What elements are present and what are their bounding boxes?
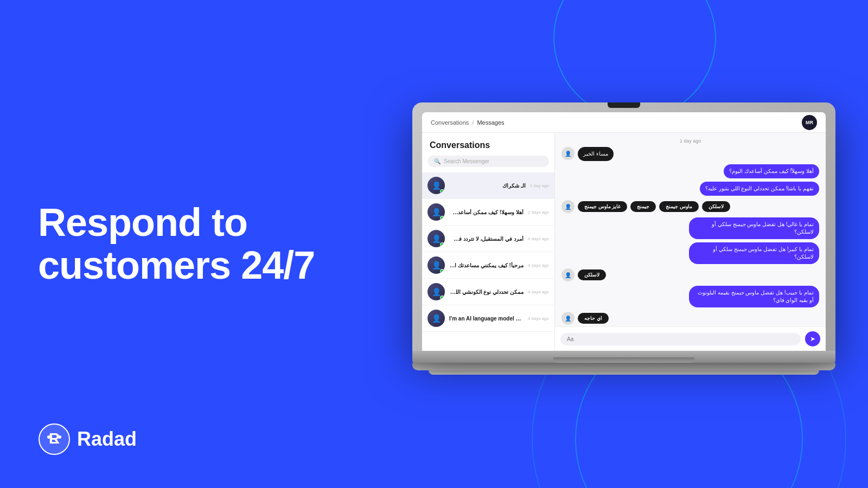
conversations-sidebar: Conversations 🔍 Search Messenger 👤: [422, 133, 555, 351]
conv-item-0[interactable]: 👤 الـ شكراك 1 day ago: [422, 172, 554, 199]
app-main: Conversations 🔍 Search Messenger 👤: [422, 133, 826, 351]
chip-avatar-1: 👤: [561, 268, 575, 281]
laptop-screen: Conversations / Messages MR Conversation…: [422, 112, 826, 351]
messages-area: 👤 مساء الخير أهلا وسهلاً! كيف ممكن أساعد…: [555, 147, 826, 326]
sidebar-title: Conversations: [422, 133, 554, 156]
breadcrumb-root: Conversations: [431, 119, 469, 125]
msg-row-2: نفهم يا باشا! ممكن تحددلي النوع اللي بتن…: [561, 182, 819, 196]
svg-point-2: [47, 435, 50, 439]
msg-bubble-2: نفهم يا باشا! ممكن تحددلي النوع اللي بتن…: [700, 182, 819, 196]
svg-text:R: R: [49, 430, 60, 447]
chip-row-2: 👤 اي حاجه: [561, 312, 819, 325]
laptop-notch: [608, 102, 640, 108]
chip-wireless-2[interactable]: لاسلكن: [578, 269, 606, 280]
conv-name-3: مرحباً! كيف يمكنني مساعدتك اليوم؟: [449, 262, 524, 268]
chip-gaming[interactable]: جيمنج: [630, 201, 656, 212]
online-indicator-2: [440, 242, 444, 247]
svg-point-3: [58, 435, 61, 439]
breadcrumb: Conversations / Messages: [431, 119, 505, 125]
conv-item-1[interactable]: 👤 أهلا وسهلا! كيف ممكن أساعدك اليوم؟ 2 d…: [422, 199, 554, 226]
chat-panel: 1 day ago 👤 مساء الخير أهلا وسهلاً! كيف …: [555, 133, 826, 351]
conv-avatar-0: 👤: [427, 177, 445, 194]
decorative-circle-top: [553, 0, 716, 119]
search-placeholder: Search Messenger: [444, 158, 489, 164]
msg-row-0: 👤 مساء الخير: [561, 147, 819, 161]
chip-wireless[interactable]: لاسلكن: [702, 201, 730, 212]
msg-bubble-5: تمام يا حبيب! هل تفضل ماوس جيمنج بقيمه ا…: [689, 286, 819, 307]
conv-name-1: أهلا وسهلا! كيف ممكن أساعدك اليوم؟: [449, 209, 524, 215]
conv-avatar-3: 👤: [427, 256, 445, 274]
laptop-foot: [429, 370, 819, 375]
msg-bubble-0: مساء الخير: [578, 147, 614, 161]
search-icon: 🔍: [434, 158, 441, 164]
online-indicator-3: [440, 269, 444, 273]
conv-info-5: I'm an AI language model designed ...: [449, 315, 524, 321]
msg-row-5: تمام يا حبيب! هل تفضل ماوس جيمنج بقيمه ا…: [561, 286, 819, 307]
laptop: Conversations / Messages MR Conversation…: [412, 102, 835, 375]
conv-time-2: 4 days ago: [528, 236, 549, 241]
headline-line1: Respond to: [38, 201, 247, 244]
conv-info-4: ممكن تحددلي نوع الكونشي اللي بجور عليه: [449, 288, 524, 294]
logo-icon: R: [38, 423, 71, 455]
left-content-area: Respond to customers 24/7: [38, 201, 342, 287]
online-indicator-1: [440, 216, 444, 220]
search-box[interactable]: 🔍 Search Messenger: [427, 156, 549, 167]
chat-input-area: ➤: [555, 326, 826, 351]
conv-item-2[interactable]: 👤 أمرد في المستقبل، لا تتردد في الاتصال …: [422, 226, 554, 252]
online-indicator: [440, 189, 444, 194]
app-topbar: Conversations / Messages MR: [422, 112, 826, 133]
msg-bubble-3: تمام يا غالي! هل تفضل ماوس جيمنج سلكي أو…: [689, 217, 819, 239]
breadcrumb-current: Messages: [477, 119, 504, 125]
conv-time-3: 4 days ago: [528, 262, 549, 267]
conv-name-5: I'm an AI language model designed ...: [449, 315, 524, 321]
message-input[interactable]: [560, 332, 801, 345]
msg-row-4: تمام يا كبير! هل تفضل ماوس جيمنج سلكي أو…: [561, 242, 819, 264]
svg-rect-4: [50, 442, 59, 444]
logo: R Radad: [38, 423, 137, 455]
chip-anything[interactable]: اي حاجه: [578, 313, 609, 324]
chip-mouse-gaming[interactable]: ماوس جيمنج: [659, 201, 699, 212]
conv-time-4: 4 days ago: [528, 289, 549, 294]
msg-row-1: أهلا وسهلاً! كيف ممكن أساعدك اليوم؟: [561, 164, 819, 178]
conv-name-0: الـ شكراك: [449, 182, 526, 188]
breadcrumb-separator: /: [472, 119, 474, 125]
msg-bubble-1: أهلا وسهلاً! كيف ممكن أساعدك اليوم؟: [724, 164, 819, 178]
conv-name-4: ممكن تحددلي نوع الكونشي اللي بجور عليه: [449, 288, 524, 294]
conversation-list: 👤 الـ شكراك 1 day ago: [422, 172, 554, 351]
app-ui: Conversations / Messages MR Conversation…: [422, 112, 826, 351]
conv-avatar-4: 👤: [427, 283, 445, 300]
laptop-stand: [412, 363, 835, 370]
conv-info-3: مرحباً! كيف يمكنني مساعدتك اليوم؟: [449, 262, 524, 268]
logo-text: Radad: [77, 428, 137, 451]
conv-info-1: أهلا وسهلا! كيف ممكن أساعدك اليوم؟: [449, 209, 524, 215]
chip-row-1: 👤 لاسلكن: [561, 268, 819, 281]
conv-time-5: 4 days ago: [528, 316, 549, 320]
chip-gazer-mouse[interactable]: غايز ماوس جيمنج: [578, 201, 627, 212]
conv-item-3[interactable]: 👤 مرحباً! كيف يمكنني مساعدتك اليوم؟ 4 da…: [422, 252, 554, 279]
conv-info-0: الـ شكراك: [449, 182, 526, 188]
msg-bubble-4: تمام يا كبير! هل تفضل ماوس جيمنج سلكي أو…: [689, 242, 819, 264]
conv-item-5[interactable]: 👤 I'm an AI language model designed ... …: [422, 305, 554, 332]
chip-avatar: 👤: [561, 200, 575, 213]
conv-time-1: 2 days ago: [528, 209, 549, 214]
conv-info-2: أمرد في المستقبل، لا تتردد في الاتصال بـ…: [449, 235, 524, 241]
conv-time-0: 1 day ago: [530, 183, 549, 188]
conv-name-2: أمرد في المستقبل، لا تتردد في الاتصال بـ…: [449, 235, 524, 241]
msg-row-3: تمام يا غالي! هل تفضل ماوس جيمنج سلكي أو…: [561, 217, 819, 239]
msg-avatar-0: 👤: [561, 147, 575, 160]
chip-avatar-2: 👤: [561, 312, 575, 325]
conv-avatar-5: 👤: [427, 310, 445, 327]
chip-row-0: 👤 غايز ماوس جيمنج جيمنج ماوس جيمنج لاسلك…: [561, 200, 819, 213]
chat-date-header: 1 day ago: [555, 133, 826, 147]
laptop-base: [412, 351, 835, 363]
laptop-body: Conversations / Messages MR Conversation…: [412, 102, 835, 351]
send-icon: ➤: [810, 335, 815, 343]
headline-line2: customers 24/7: [38, 243, 315, 287]
conv-item-4[interactable]: 👤 ممكن تحددلي نوع الكونشي اللي بجور عليه…: [422, 279, 554, 305]
headline: Respond to customers 24/7: [38, 201, 342, 287]
conv-avatar-1: 👤: [427, 203, 445, 221]
conv-avatar-2: 👤: [427, 230, 445, 247]
send-button[interactable]: ➤: [805, 331, 820, 346]
user-avatar: MR: [802, 114, 817, 130]
online-indicator-4: [440, 296, 444, 300]
